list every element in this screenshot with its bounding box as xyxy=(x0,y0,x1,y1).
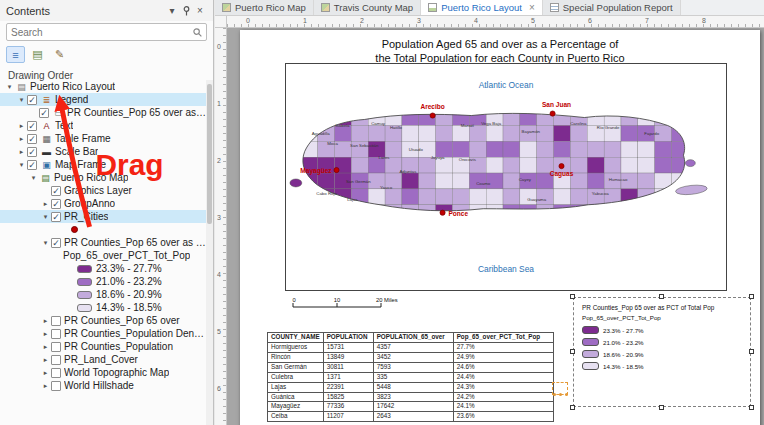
table-cell: 13849 xyxy=(323,352,373,362)
selection-handle[interactable] xyxy=(659,405,664,410)
expander-icon[interactable]: ▾ xyxy=(40,239,51,247)
visibility-checkbox[interactable]: ✓ xyxy=(27,147,37,157)
search-input[interactable] xyxy=(11,27,193,38)
tree-item-puerto-rico-layout[interactable]: ▾▤Puerto Rico Layout xyxy=(0,80,206,93)
tree-item-pr-counties-population-density[interactable]: ▸PR Counties_Population Density xyxy=(0,327,206,340)
tree-item-pr-counties-pop-65-over[interactable]: ▸PR Counties_Pop 65 over xyxy=(0,314,206,327)
table-frame[interactable]: COUNTY_NAMEPOPULATIONPOPULATION_65_overP… xyxy=(267,332,554,422)
selection-handle[interactable] xyxy=(659,294,664,299)
text-icon: A xyxy=(40,121,53,131)
visibility-checkbox[interactable] xyxy=(51,342,61,352)
table-cell: Lajas xyxy=(268,382,324,392)
tree-item-puerto-rico-map[interactable]: ▾▤Puerto Rico Map xyxy=(0,171,206,184)
ruler-number: 6 xyxy=(217,385,221,392)
legend-element[interactable]: PR Counties_Pop 65 over as PCT of Total … xyxy=(578,302,746,402)
visibility-checkbox[interactable]: ✓ xyxy=(39,108,49,118)
selection-handle[interactable] xyxy=(570,294,575,299)
selection-handle[interactable] xyxy=(749,405,754,410)
ruler-number: 8 xyxy=(702,17,706,24)
tree-item-pr-counties-pop-65-over-as-pct-of-total-pop[interactable]: ▾✓PR Counties_Pop 65 over as PCT of Tota… xyxy=(0,236,206,249)
expander-icon[interactable]: ▸ xyxy=(40,369,51,377)
visibility-checkbox[interactable]: ✓ xyxy=(51,186,61,196)
visibility-checkbox[interactable] xyxy=(51,355,61,365)
visibility-checkbox[interactable]: ✓ xyxy=(51,199,61,209)
tree-item-pr-counties-population[interactable]: ▸PR Counties_Population xyxy=(0,340,206,353)
visibility-checkbox[interactable] xyxy=(51,329,61,339)
tree-item-18-6-20-9[interactable]: 18.6% - 20.9% xyxy=(0,288,206,301)
expander-icon[interactable]: ▸ xyxy=(16,122,27,130)
expander-icon[interactable]: ▾ xyxy=(16,161,27,169)
list-by-editing-button[interactable]: ✎ xyxy=(50,46,69,63)
table-body: Hormigueros15731435727.7%Rincón138493452… xyxy=(268,342,554,421)
pin-icon[interactable] xyxy=(179,6,193,16)
table-frame-anchor[interactable] xyxy=(552,382,568,395)
visibility-checkbox[interactable]: ✓ xyxy=(27,160,37,170)
visibility-checkbox[interactable]: ✓ xyxy=(27,121,37,131)
tree-item-world-topographic-map[interactable]: ▸World Topographic Map xyxy=(0,366,206,379)
view-tab-puerto-rico-layout[interactable]: Puerto Rico Layout× xyxy=(421,0,543,15)
tree-item-map-frame[interactable]: ▾✓▣Map Frame xyxy=(0,158,206,171)
expander-icon[interactable]: ▾ xyxy=(16,96,27,104)
tree-item-14-3-18-5[interactable]: 14.3% - 18.5% xyxy=(0,301,206,314)
visibility-checkbox[interactable] xyxy=(51,381,61,391)
list-by-source-button[interactable]: ▤ xyxy=(28,46,47,63)
layout-title-text[interactable]: Population Aged 65 and over as a Percent… xyxy=(240,37,760,66)
expander-icon[interactable]: ▸ xyxy=(40,330,51,338)
selection-handle[interactable] xyxy=(570,349,575,354)
tree-item-pr-counties-pop-65-over-as-pct-of-total-pop[interactable]: ✓▭PR Counties_Pop 65 over as PCT of Tota… xyxy=(0,106,206,119)
close-icon[interactable]: × xyxy=(193,5,207,16)
visibility-checkbox[interactable]: ✓ xyxy=(27,134,37,144)
expander-icon[interactable]: ▸ xyxy=(40,382,51,390)
tree-item-groupanno[interactable]: ▸✓GroupAnno xyxy=(0,197,206,210)
view-tab-puerto-rico-map[interactable]: Puerto Rico Map xyxy=(215,0,314,15)
view-tab-special-population-report[interactable]: Special Population Report xyxy=(543,0,681,15)
panel-menu-chevron-icon[interactable]: ▾ xyxy=(165,5,179,16)
tree-item-item[interactable] xyxy=(0,223,206,236)
expander-icon[interactable]: ▸ xyxy=(40,317,51,325)
tree-item-legend[interactable]: ▾✓≣Legend xyxy=(0,93,206,106)
expander-icon[interactable]: ▸ xyxy=(16,135,27,143)
expander-icon[interactable]: ▾ xyxy=(4,83,15,91)
tree-item-23-3-27-7[interactable]: 23.3% - 27.7% xyxy=(0,262,206,275)
visibility-checkbox[interactable]: ✓ xyxy=(51,212,61,222)
scrollbar-thumb[interactable] xyxy=(207,84,212,224)
layout-page[interactable]: Population Aged 65 and over as a Percent… xyxy=(240,30,760,425)
visibility-checkbox[interactable] xyxy=(51,368,61,378)
visibility-checkbox[interactable]: ✓ xyxy=(27,95,37,105)
expander-icon[interactable]: ▾ xyxy=(28,174,39,182)
expander-icon[interactable]: ▸ xyxy=(40,200,51,208)
tree-item-pop-65-over-pct-tot-pop[interactable]: Pop_65_over_PCT_Tot_Pop xyxy=(0,249,206,262)
tree-item-graphics-layer[interactable]: ✓Graphics Layer xyxy=(0,184,206,197)
tree-item-pr-land-cover[interactable]: ▸PR_Land_Cover xyxy=(0,353,206,366)
visibility-checkbox[interactable]: ✓ xyxy=(51,238,61,248)
table-row: Hormigueros15731435727.7% xyxy=(268,342,554,352)
view-tab-travis-county-map[interactable]: Travis County Map xyxy=(314,0,421,15)
tree-item-table-frame[interactable]: ▸✓▦Table Frame xyxy=(0,132,206,145)
selection-handle[interactable] xyxy=(749,349,754,354)
selection-handle[interactable] xyxy=(570,405,575,410)
selection-handle[interactable] xyxy=(749,294,754,299)
table-header-cell: COUNTY_NAME xyxy=(268,333,324,343)
expander-icon[interactable]: ▸ xyxy=(40,356,51,364)
table-cell: 15731 xyxy=(323,342,373,352)
county-label: Vega Baja xyxy=(481,121,501,126)
contents-search[interactable] xyxy=(6,23,207,41)
tree-item-21-0-23-2[interactable]: 21.0% - 23.2% xyxy=(0,275,206,288)
tree-item-pr-cities[interactable]: ▾✓PR_Cities xyxy=(0,210,206,223)
point-symbol-swatch[interactable] xyxy=(71,226,78,233)
contents-scrollbar[interactable] xyxy=(206,80,213,425)
map-frame[interactable]: Atlantic OceanCaribbean SeaIsabelaAguadi… xyxy=(285,63,727,291)
caribbean-sea-label: Caribbean Sea xyxy=(478,264,534,274)
tree-item-text[interactable]: ▸✓AText xyxy=(0,119,206,132)
visibility-checkbox[interactable] xyxy=(51,316,61,326)
tree-item-scale-bar[interactable]: ▸✓▬Scale Bar xyxy=(0,145,206,158)
scale-bar[interactable]: 01020 Miles xyxy=(292,296,422,312)
legend-item-label: 18.6% - 20.9% xyxy=(603,351,644,358)
expander-icon[interactable]: ▸ xyxy=(40,343,51,351)
expander-icon[interactable]: ▸ xyxy=(16,148,27,156)
tab-close-icon[interactable]: × xyxy=(529,3,535,13)
tree-item-world-hillshade[interactable]: ▸World Hillshade xyxy=(0,379,206,392)
expander-icon[interactable]: ▾ xyxy=(40,213,51,221)
list-by-drawing-order-button[interactable]: ≡ xyxy=(6,46,25,63)
layout-canvas[interactable]: Population Aged 65 and over as a Percent… xyxy=(227,28,764,425)
